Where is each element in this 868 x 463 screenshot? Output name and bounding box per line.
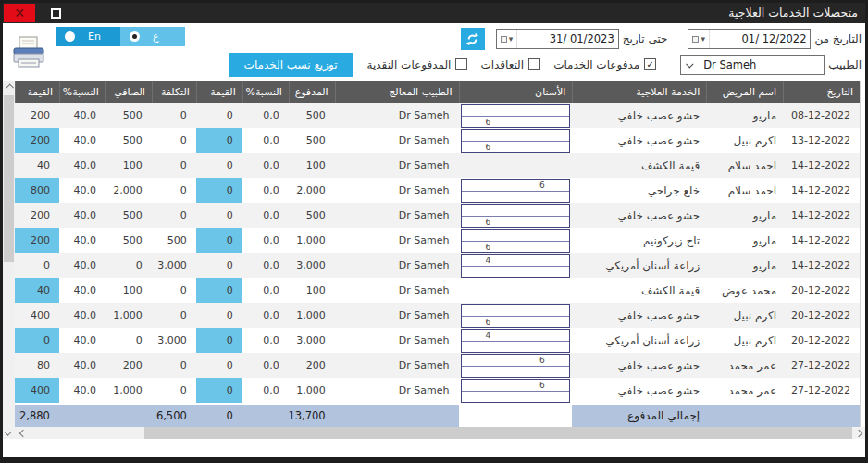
table-row[interactable]: 8040.0200000.0200Dr Sameh6حشو عصب خلفيعم… (15, 353, 860, 378)
cell-teeth[interactable]: 4 (459, 253, 573, 278)
cell-service[interactable]: حشو عصب خلفي (572, 128, 706, 153)
cell-cost[interactable]: 0 (152, 128, 196, 153)
cell-net[interactable]: 1,000 (105, 303, 152, 328)
horizontal-scrollbar[interactable] (15, 427, 865, 439)
cell-service[interactable]: حشو عصب خلفي (572, 303, 706, 328)
cell-date[interactable]: 13-12-2022 (783, 128, 860, 153)
cell-service[interactable]: قيمة الكشف (572, 278, 706, 303)
cell-paid[interactable]: 500 (289, 128, 335, 153)
horizontal-scroll-thumb[interactable] (144, 427, 852, 439)
cell-pct1[interactable]: 0.0 (242, 378, 289, 403)
teeth-chart[interactable]: 6 (461, 304, 570, 328)
cell-paid[interactable]: 200 (289, 353, 335, 378)
date-from-input[interactable]: 01/ 12/2022 ▾ (688, 29, 811, 49)
cell-value[interactable]: 40 (15, 278, 59, 303)
cell-pct2[interactable]: 40.0 (59, 103, 105, 128)
cell-pct1[interactable]: 0.0 (242, 278, 289, 303)
cell-value_mid[interactable]: 0 (196, 253, 242, 278)
cell-value[interactable]: 200 (15, 103, 59, 128)
table-row[interactable]: 40040.01,000000.01,000Dr Sameh6حشو عصب خ… (15, 378, 860, 403)
cell-pct2[interactable]: 40.0 (59, 353, 105, 378)
cell-cost[interactable]: 0 (152, 303, 196, 328)
cell-pct1[interactable]: 0.0 (242, 353, 289, 378)
cell-value[interactable]: 400 (15, 303, 59, 328)
filter-cash-payments[interactable]: المدفوعات النقدية (367, 58, 468, 71)
filter-contracts[interactable]: التعاقدات (480, 58, 540, 71)
cell-patient[interactable]: اكرم نبيل (706, 128, 783, 153)
teeth-chart[interactable]: 6 (461, 129, 570, 153)
cell-value_mid[interactable]: 0 (196, 153, 242, 178)
cell-service[interactable]: زراعة أسنان أمريكي (572, 328, 706, 353)
cell-value_mid[interactable]: 0 (196, 203, 242, 228)
lang-option-en[interactable]: En (56, 27, 120, 46)
cell-pct2[interactable]: 40.0 (59, 153, 105, 178)
cell-service[interactable]: حشو عصب خلفي (572, 103, 706, 128)
cell-net[interactable]: 200 (105, 353, 152, 378)
lang-option-ar[interactable]: ع (120, 27, 185, 46)
filter-service-payments[interactable]: ✓ مدفوعات الخدمات (553, 58, 656, 71)
doctor-select[interactable]: Dr Sameh (680, 55, 825, 75)
cell-date[interactable]: 14-12-2022 (783, 153, 860, 178)
table-row[interactable]: 4040.0100000.0100Dr Samehقيمة الكشفمحمد … (15, 278, 860, 303)
teeth-chart[interactable]: 6 (461, 104, 570, 128)
cell-date[interactable]: 14-12-2022 (783, 203, 860, 228)
cell-doctor[interactable]: Dr Sameh (335, 178, 459, 203)
teeth-chart[interactable]: 4 (461, 254, 570, 278)
cell-pct1[interactable]: 0.0 (242, 128, 289, 153)
cell-service[interactable]: حشو عصب خلفي (572, 203, 706, 228)
cell-cost[interactable]: 3,000 (152, 253, 196, 278)
cell-pct2[interactable]: 40.0 (59, 228, 105, 253)
cell-cost[interactable]: 500 (152, 228, 196, 253)
cell-date[interactable]: 27-12-2022 (783, 378, 860, 403)
cell-doctor[interactable]: Dr Sameh (335, 153, 459, 178)
cell-value_mid[interactable]: 0 (196, 303, 242, 328)
cell-pct1[interactable]: 0.0 (242, 253, 289, 278)
cell-doctor[interactable]: Dr Sameh (335, 228, 459, 253)
cell-patient[interactable]: اكرم نبيل (706, 328, 783, 353)
cell-net[interactable]: 100 (105, 278, 152, 303)
cell-cost[interactable]: 0 (152, 278, 196, 303)
cell-pct1[interactable]: 0.0 (242, 178, 289, 203)
vertical-scroll-thumb[interactable] (4, 95, 14, 262)
cell-service[interactable]: قيمة الكشف (572, 153, 706, 178)
cell-value_mid[interactable]: 0 (196, 178, 242, 203)
cell-value_mid[interactable]: 0 (196, 228, 242, 253)
cell-pct1[interactable]: 0.0 (242, 328, 289, 353)
cell-value_mid[interactable]: 0 (196, 128, 242, 153)
cell-pct1[interactable]: 0.0 (242, 228, 289, 253)
cell-net[interactable]: 500 (105, 203, 152, 228)
teeth-chart[interactable]: 6 (461, 379, 570, 403)
cell-teeth[interactable]: 6 (459, 128, 573, 153)
cell-value_mid[interactable]: 0 (196, 328, 242, 353)
cell-value[interactable]: 400 (15, 378, 59, 403)
cell-date[interactable]: 14-12-2022 (783, 228, 860, 253)
cell-net[interactable]: 0 (105, 253, 152, 278)
cell-patient[interactable]: عمر محمد (706, 353, 783, 378)
cell-date[interactable]: 20-12-2022 (783, 278, 860, 303)
cell-paid[interactable]: 2,000 (289, 178, 335, 203)
cell-date[interactable]: 14-12-2022 (783, 253, 860, 278)
cell-teeth[interactable]: 6 (459, 103, 573, 128)
cell-doctor[interactable]: Dr Sameh (335, 253, 459, 278)
cell-net[interactable]: 100 (105, 153, 152, 178)
cell-value[interactable]: 40 (15, 153, 59, 178)
cell-value[interactable]: 200 (15, 228, 59, 253)
cell-patient[interactable]: ماريو (706, 228, 783, 253)
table-row[interactable]: 80040.02,000000.02,000Dr Sameh6خلع جراحي… (15, 178, 860, 203)
cell-value[interactable]: 800 (15, 178, 59, 203)
cell-net[interactable]: 2,000 (105, 178, 152, 203)
cell-pct1[interactable]: 0.0 (242, 153, 289, 178)
table-row[interactable]: 20040.0500000.0500Dr Sameh6حشو عصب خلفيم… (15, 103, 860, 128)
scroll-down-arrow[interactable] (3, 427, 15, 439)
cell-paid[interactable]: 500 (289, 103, 335, 128)
cell-date[interactable]: 27-12-2022 (783, 353, 860, 378)
cell-doctor[interactable]: Dr Sameh (335, 103, 459, 128)
cell-teeth[interactable]: 6 (459, 178, 573, 203)
cell-pct1[interactable]: 0.0 (242, 203, 289, 228)
cell-paid[interactable]: 500 (289, 203, 335, 228)
cell-patient[interactable]: عمر محمد (706, 378, 783, 403)
cell-value_mid[interactable]: 0 (196, 103, 242, 128)
cell-pct1[interactable]: 0.0 (242, 103, 289, 128)
cell-value[interactable]: 200 (15, 203, 59, 228)
cell-cost[interactable]: 0 (152, 178, 196, 203)
